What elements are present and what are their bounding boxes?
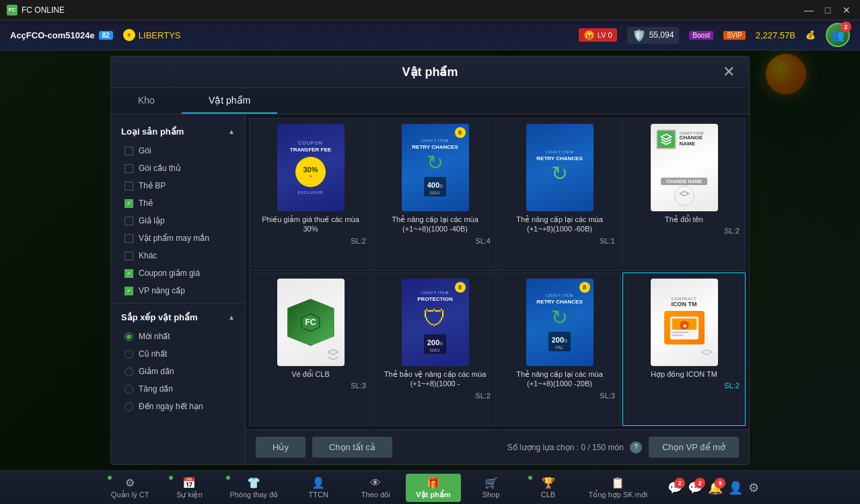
amount-display: 2,227.57B [756, 30, 795, 40]
sidebar-item-gia-lap[interactable]: Giả lập [111, 212, 245, 229]
item-protection[interactable]: CRAFT ITEM PROTECTION 🛡 8 200B MAX [373, 273, 497, 426]
checkbox-coupon[interactable] [124, 269, 133, 278]
title-bar: FC FC ONLINE — □ ✕ [0, 0, 860, 20]
item-name-transfer: Phiếu giảm giá thuế các mùa 30% [255, 215, 366, 234]
svg-text:FC: FC [305, 318, 316, 327]
sidebar-item-coupon[interactable]: Coupon giảm giá [111, 264, 245, 282]
maximize-button[interactable]: □ [821, 3, 834, 17]
checkbox-gia-lap[interactable] [124, 217, 133, 225]
retry-arrows-icon2: ↻ [551, 161, 568, 185]
radio-expiry[interactable] [124, 402, 133, 411]
sidebar-item-vp-nang-cap[interactable]: VP nâng cấp [111, 282, 245, 299]
checkbox-goi[interactable] [124, 147, 133, 155]
checkbox-the[interactable] [124, 199, 133, 208]
tab-vat-pham[interactable]: Vật phẩm [182, 88, 277, 114]
sidebar-item-goi-cau-thu[interactable]: Gói cầu thủ [111, 159, 245, 177]
modal-close-button[interactable]: ✕ [719, 62, 739, 82]
retry-arrows-icon: ↻ [427, 151, 443, 174]
sidebar-item-goi[interactable]: Gói [111, 142, 245, 159]
item-retry-chances-3[interactable]: CRAFT ITEM RETRY CHANCES ↻ 8 200B PAL [498, 273, 621, 426]
checkbox-vp-nang-cap[interactable] [124, 287, 133, 295]
nav-phong-thay-do[interactable]: 👕 Phòng thay đồ [219, 474, 288, 502]
sidebar-item-the-bp[interactable]: Thẻ BP [111, 177, 245, 194]
modal-header: Vật phẩm ✕ [111, 57, 749, 88]
nav-dot-phong [226, 476, 230, 480]
item-retry-chances-2[interactable]: CRAFT ITEM RETRY CHANCES ↻ Thẻ nâng cấp … [498, 118, 621, 271]
checkbox-vat-pham-may-man[interactable] [124, 234, 133, 243]
items-modal: Vật phẩm ✕ Kho Vật phẩm Loại sản phẩm ▲ [110, 56, 750, 465]
checkbox-the-bp[interactable] [124, 182, 133, 190]
nav-chat-icon2[interactable]: 💬 2 [688, 480, 703, 495]
item-name-protection: Thẻ bảo vệ nâng cấp các mùa (+1~+8)(1000… [380, 369, 491, 389]
nav-theo-doi[interactable]: 👁 Theo dõi [349, 474, 402, 501]
sort-oldest[interactable]: Cũ nhất [111, 345, 245, 363]
choose-vp-button[interactable]: Chọn VP để mở [649, 437, 739, 458]
item-retry-chances-1[interactable]: CRAFT ITEM RETRY CHANCES ↻ 8 400B MAX [373, 118, 497, 271]
account-badge: 82 [99, 31, 113, 40]
chat-badge-2: 2 [694, 478, 705, 489]
title-bar-controls: — □ ✕ [802, 3, 853, 17]
svg-rect-6 [672, 334, 683, 336]
item-qty-transfer: SL:2 [351, 237, 366, 245]
footer-status: Số lượng lựa chọn : 0 / 150 món ? [507, 441, 642, 454]
nav-vat-pham[interactable]: 🎁 Vật phẩm [406, 474, 460, 502]
nav-settings-icon[interactable]: ⚙ [748, 480, 759, 495]
card-transfer-title: TRANSFER FEE [290, 147, 331, 153]
item-card-transfer: COUPON TRANSFER FEE 30% ● EXCLUSIVE [277, 124, 345, 211]
items-grid: COUPON TRANSFER FEE 30% ● EXCLUSIVE Phiế [246, 114, 749, 429]
card-changename-inner: CRAFT ITEM CHANGENAME CHANGE NAME [651, 124, 718, 211]
modal-tabs: Kho Vật phẩm [111, 88, 749, 114]
nav-chat-icon1[interactable]: 💬 2 [668, 480, 682, 495]
sort-newest[interactable]: Mới nhất [111, 328, 245, 345]
item-card-changename: CRAFT ITEM CHANGENAME CHANGE NAME [651, 124, 718, 211]
clan-info[interactable]: ⚜ LIBERTYS [123, 29, 181, 41]
sort-arrow: ▲ [228, 314, 235, 321]
app-title: FC ONLINE [22, 5, 65, 15]
protection-level-badge: 8 [455, 282, 466, 293]
product-type-header[interactable]: Loại sản phẩm ▲ [111, 121, 245, 142]
nav-notification-icon[interactable]: 🔔 9 [708, 480, 723, 495]
sort-desc[interactable]: Giảm dần [111, 363, 245, 380]
card-club-inner: FC [277, 279, 345, 366]
sort-asc[interactable]: Tăng dần [111, 380, 245, 398]
nav-quan-ly-ct[interactable]: ⚙ Quản lý CT [101, 474, 159, 502]
nav-ttcn[interactable]: 👤 TTCN [291, 474, 345, 501]
select-all-button[interactable]: Chọn tất cả [312, 437, 392, 458]
item-icon-tm[interactable]: CONTRACT ICON TM ★ [622, 273, 746, 426]
nav-profile-icon[interactable]: 👤 [728, 480, 743, 495]
sort-expiry[interactable]: Đến ngày hết hạn [111, 398, 245, 415]
radio-desc[interactable] [124, 367, 133, 376]
close-button[interactable]: ✕ [840, 3, 853, 17]
help-icon[interactable]: ? [630, 441, 642, 454]
checkbox-goi-cau-thu[interactable] [124, 164, 133, 173]
tab-kho[interactable]: Kho [111, 88, 182, 114]
sort-header[interactable]: Sắp xếp vật phẩm ▲ [111, 307, 245, 328]
radio-asc[interactable] [124, 385, 133, 394]
sidebar-item-the[interactable]: Thẻ [111, 194, 245, 212]
item-change-name[interactable]: CRAFT ITEM CHANGENAME CHANGE NAME [622, 118, 746, 271]
item-club-badge[interactable]: FC [249, 273, 372, 426]
item-qty-retry3: SL:3 [600, 392, 615, 400]
icon-tm-image: ★ [664, 311, 705, 345]
cancel-button[interactable]: Hủy [256, 437, 306, 458]
item-card-retry1: CRAFT ITEM RETRY CHANCES ↻ 8 400B MAX [402, 124, 469, 211]
nav-clb[interactable]: 🏆 CLB [522, 474, 575, 501]
sidebar: Loại sản phẩm ▲ Gói Gói cầu thủ Thẻ BP [111, 114, 246, 464]
nav-tong-hop[interactable]: 📋 Tổng hợp SK mới [579, 474, 658, 502]
checkbox-khac[interactable] [124, 252, 133, 260]
item-name-changename: Thẻ đổi tên [665, 215, 703, 224]
sidebar-item-vat-pham-may-man[interactable]: Vật phẩm may mắn [111, 229, 245, 247]
chat-button[interactable]: 👥 2 [826, 23, 850, 47]
minimize-button[interactable]: — [802, 3, 816, 17]
item-qty-icon-tm: SL:2 [724, 382, 740, 390]
item-name-retry1: Thẻ nâng cấp lại các mùa (+1~+8)(1000 -4… [380, 215, 491, 234]
nav-su-kien[interactable]: 📅 Sự kiện [162, 474, 216, 502]
account-info[interactable]: AcçFCO-com51024e 82 [10, 30, 113, 40]
nav-shop[interactable]: 🛒 Shop [464, 474, 518, 501]
radio-oldest[interactable] [124, 350, 133, 359]
bottom-nav: ⚙ Quản lý CT 📅 Sự kiện 👕 Phòng thay đồ 👤… [0, 470, 860, 504]
card-retry2-inner: CRAFT ITEM RETRY CHANCES ↻ [526, 124, 594, 211]
radio-newest[interactable] [124, 332, 133, 341]
sidebar-item-khac[interactable]: Khác [111, 247, 245, 264]
item-transfer-fee[interactable]: COUPON TRANSFER FEE 30% ● EXCLUSIVE Phiế [249, 118, 372, 271]
